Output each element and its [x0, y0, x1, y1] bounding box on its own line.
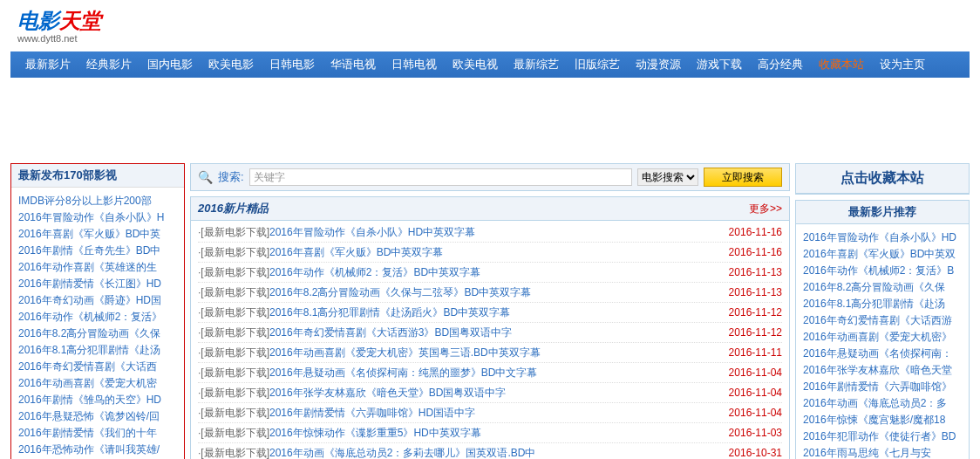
table-row: ·[最新电影下载]2016年悬疑动画《名侦探柯南：纯黑的噩梦》BD中文字幕201…	[198, 363, 782, 383]
nav-bar: 最新影片经典影片国内电影欧美电影日韩电影华语电视日韩电视欧美电视最新综艺旧版综艺…	[10, 51, 970, 78]
row-text[interactable]: ·[最新电影下载]2016年动画喜剧《爱宠大机密》英国粤三语.BD中英双字幕	[198, 343, 704, 362]
table-row: ·[最新电影下载]2016年剧情爱情《六弄咖啡馆》HD国语中字2016-11-0…	[198, 403, 782, 423]
nav-item[interactable]: 最新影片	[17, 51, 78, 78]
search-bar: 🔍 搜索: 电影搜索 立即搜索	[190, 163, 790, 191]
logo-text-1: 电影	[17, 9, 59, 32]
row-date: 2016-10-31	[704, 443, 782, 459]
list-item[interactable]: 2016年剧情爱情《长江图》HD	[18, 276, 177, 292]
nav-item[interactable]: 高分经典	[750, 51, 811, 78]
nav-item[interactable]: 日韩电视	[384, 51, 445, 78]
left-title: 最新发布170部影视	[11, 164, 184, 188]
more-link[interactable]: 更多>>	[749, 202, 782, 216]
row-date: 2016-11-12	[704, 303, 782, 322]
list-item[interactable]: 2016年悬疑恐怖《诡梦凶铃/回	[18, 408, 177, 425]
list-item[interactable]: 2016年冒险动作《自杀小队》HD	[803, 230, 962, 246]
table-row: ·[最新电影下载]2016年喜剧《军火贩》BD中英双字幕2016-11-16	[198, 243, 782, 263]
list-item[interactable]: 2016年恐怖动作《请叫我英雄/	[18, 442, 177, 458]
nav-item[interactable]: 国内电影	[140, 51, 201, 78]
search-input[interactable]	[249, 168, 632, 186]
list-item[interactable]: 2016年悬疑动画《名侦探柯南：	[803, 346, 962, 362]
list-item[interactable]: 2016年惊悚《魔宫魅影/魔都18	[803, 412, 962, 428]
recommend-box: 最新影片推荐 2016年冒险动作《自杀小队》HD2016年喜剧《军火贩》BD中英…	[795, 200, 970, 459]
nav-item[interactable]: 欧美电影	[201, 51, 262, 78]
nav-item[interactable]: 动漫资源	[628, 51, 689, 78]
nav-item[interactable]: 游戏下载	[689, 51, 750, 78]
favorite-box: 点击收藏本站	[795, 163, 970, 195]
row-date: 2016-11-04	[704, 363, 782, 382]
row-date: 2016-11-16	[704, 223, 782, 242]
list-item[interactable]: 2016年动作《机械师2：复活》B	[803, 263, 962, 279]
list-item[interactable]: 2016年动作喜剧《英雄迷的生	[18, 259, 177, 276]
table-row: ·[最新电影下载]2016年动画《海底总动员2：多莉去哪儿》国英双语.BD中20…	[198, 443, 782, 459]
row-date: 2016-11-04	[704, 383, 782, 402]
favorite-link[interactable]: 点击收藏本站	[796, 164, 969, 194]
table-row: ·[最新电影下载]2016年动作《机械师2：复活》BD中英双字幕2016-11-…	[198, 263, 782, 283]
row-date: 2016-11-13	[704, 283, 782, 302]
list-item[interactable]: 2016年奇幻爱情喜剧《大话西	[18, 359, 177, 375]
nav-item[interactable]: 最新综艺	[506, 51, 567, 78]
list-item[interactable]: 2016年8.1高分犯罪剧情《赴汤	[18, 342, 177, 359]
list-item[interactable]: 2016年剧情《雏鸟的天空》HD	[18, 392, 177, 408]
row-text[interactable]: ·[最新电影下载]2016年奇幻爱情喜剧《大话西游3》BD国粤双语中字	[198, 323, 704, 342]
row-text[interactable]: ·[最新电影下载]2016年张学友林嘉欣《暗色天堂》BD国粤双语中字	[198, 383, 704, 402]
table-row: ·[最新电影下载]2016年8.1高分犯罪剧情《赴汤蹈火》BD中英双字幕2016…	[198, 303, 782, 323]
list-item[interactable]: 2016年喜剧《军火贩》BD中英	[18, 226, 177, 243]
list-item[interactable]: 2016年剧情《丘奇先生》BD中	[18, 243, 177, 259]
list-item[interactable]: IMDB评分8分以上影片200部	[18, 193, 177, 209]
row-text[interactable]: ·[最新电影下载]2016年喜剧《军火贩》BD中英双字幕	[198, 243, 704, 262]
row-text[interactable]: ·[最新电影下载]2016年动作《机械师2：复活》BD中英双字幕	[198, 263, 704, 282]
table-row: ·[最新电影下载]2016年8.2高分冒险动画《久保与二弦琴》BD中英双字幕20…	[198, 283, 782, 303]
list-item[interactable]: 2016年奇幻爱情喜剧《大话西游	[803, 312, 962, 329]
ad-banner	[10, 81, 970, 160]
nav-item[interactable]: 欧美电视	[445, 51, 506, 78]
list-item[interactable]: 2016年动画《海底总动员2：多	[803, 395, 962, 412]
row-text[interactable]: ·[最新电影下载]2016年剧情爱情《六弄咖啡馆》HD国语中字	[198, 403, 704, 422]
table-row: ·[最新电影下载]2016年张学友林嘉欣《暗色天堂》BD国粤双语中字2016-1…	[198, 383, 782, 403]
header: 电影天堂 www.dytt8.net	[10, 0, 970, 51]
row-date: 2016-11-13	[704, 263, 782, 282]
row-text[interactable]: ·[最新电影下载]2016年惊悚动作《谍影重重5》HD中英双字幕	[198, 423, 704, 442]
nav-item[interactable]: 华语电视	[323, 51, 384, 78]
nav-item[interactable]: 收藏本站	[811, 51, 872, 78]
nav-item[interactable]: 旧版综艺	[567, 51, 628, 78]
search-select[interactable]: 电影搜索	[637, 168, 698, 186]
nav-item[interactable]: 日韩电影	[262, 51, 323, 78]
list-item[interactable]: 2016年雨马思纯《七月与安	[803, 445, 962, 459]
list-item[interactable]: 2016年冒险动作《自杀小队》H	[18, 209, 177, 226]
left-sidebar: 最新发布170部影视 IMDB评分8分以上影片200部2016年冒险动作《自杀小…	[10, 163, 185, 459]
list-item[interactable]: 2016年犯罪动作《使徒行者》BD	[803, 428, 962, 445]
list-item[interactable]: 2016年8.1高分犯罪剧情《赴汤	[803, 296, 962, 312]
row-date: 2016-11-11	[704, 343, 782, 362]
table-row: ·[最新电影下载]2016年动画喜剧《爱宠大机密》英国粤三语.BD中英双字幕20…	[198, 343, 782, 363]
table-row: ·[最新电影下载]2016年冒险动作《自杀小队》HD中英双字幕2016-11-1…	[198, 223, 782, 243]
list-item[interactable]: 2016年张学友林嘉欣《暗色天堂	[803, 362, 962, 379]
row-date: 2016-11-03	[704, 423, 782, 442]
nav-item[interactable]: 设为主页	[872, 51, 933, 78]
search-button[interactable]: 立即搜索	[704, 168, 782, 187]
list-item[interactable]: 2016年剧情爱情《我们的十年	[18, 425, 177, 442]
mid-title: 2016新片精品	[198, 201, 269, 216]
row-text[interactable]: ·[最新电影下载]2016年冒险动作《自杀小队》HD中英双字幕	[198, 223, 704, 242]
list-item[interactable]: 2016年喜剧《军火贩》BD中英双	[803, 246, 962, 263]
logo[interactable]: 电影天堂 www.dytt8.net	[17, 7, 101, 44]
logo-text-2: 天堂	[59, 9, 101, 32]
list-item[interactable]: 2016年8.2高分冒险动画《久保	[803, 279, 962, 296]
row-text[interactable]: ·[最新电影下载]2016年悬疑动画《名侦探柯南：纯黑的噩梦》BD中文字幕	[198, 363, 704, 382]
list-item[interactable]: 2016年奇幻动画《爵迹》HD国	[18, 292, 177, 309]
nav-item[interactable]: 经典影片	[78, 51, 140, 78]
search-label: 搜索:	[218, 169, 244, 185]
list-item[interactable]: 2016年动画喜剧《爱宠大机密	[18, 375, 177, 392]
new-films-box: 2016新片精品 更多>> ·[最新电影下载]2016年冒险动作《自杀小队》HD…	[190, 196, 790, 459]
list-item[interactable]: 2016年动画喜剧《爱宠大机密》	[803, 329, 962, 346]
row-text[interactable]: ·[最新电影下载]2016年8.1高分犯罪剧情《赴汤蹈火》BD中英双字幕	[198, 303, 704, 322]
recommend-title: 最新影片推荐	[796, 201, 969, 224]
list-item[interactable]: 2016年8.2高分冒险动画《久保	[18, 325, 177, 342]
search-icon: 🔍	[198, 170, 213, 184]
list-item[interactable]: 2016年剧情爱情《六弄咖啡馆》	[803, 379, 962, 395]
list-item[interactable]: 2016年动作《机械师2：复活》	[18, 309, 177, 325]
row-date: 2016-11-12	[704, 323, 782, 342]
table-row: ·[最新电影下载]2016年奇幻爱情喜剧《大话西游3》BD国粤双语中字2016-…	[198, 323, 782, 343]
row-text[interactable]: ·[最新电影下载]2016年动画《海底总动员2：多莉去哪儿》国英双语.BD中	[198, 443, 704, 459]
table-row: ·[最新电影下载]2016年惊悚动作《谍影重重5》HD中英双字幕2016-11-…	[198, 423, 782, 443]
row-text[interactable]: ·[最新电影下载]2016年8.2高分冒险动画《久保与二弦琴》BD中英双字幕	[198, 283, 704, 302]
